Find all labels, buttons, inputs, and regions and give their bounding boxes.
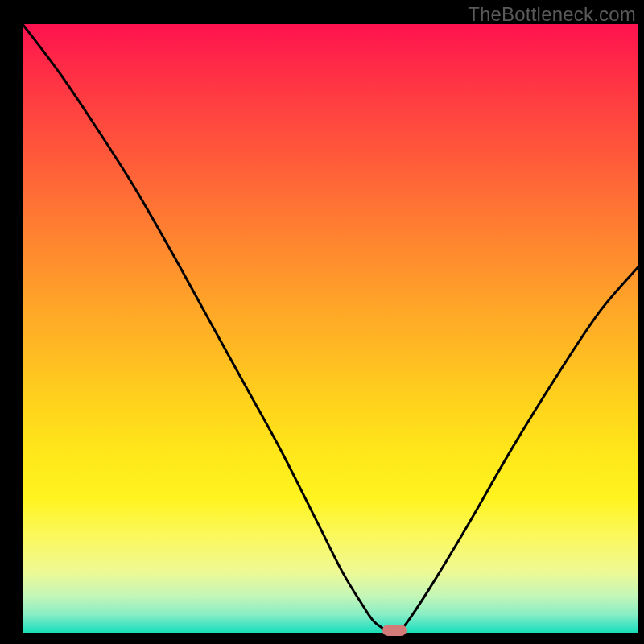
curve-svg bbox=[23, 24, 638, 633]
plot-area bbox=[23, 24, 638, 633]
bottleneck-curve bbox=[23, 24, 638, 633]
watermark-text: TheBottleneck.com bbox=[468, 3, 636, 26]
minimum-marker bbox=[382, 625, 407, 636]
chart-container: TheBottleneck.com bbox=[0, 0, 644, 644]
